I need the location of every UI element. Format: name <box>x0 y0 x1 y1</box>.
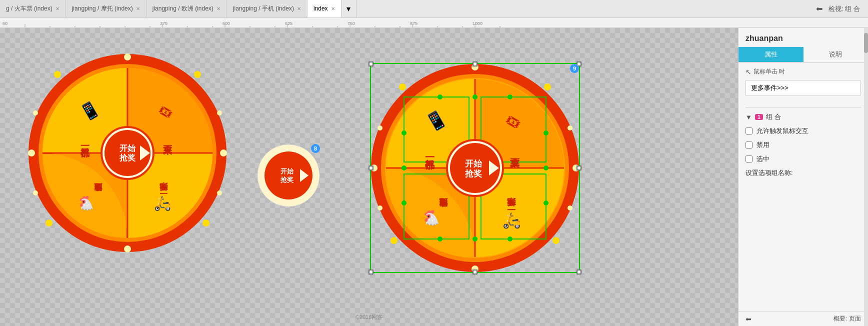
svg-text:开始: 开始 <box>119 144 136 152</box>
panel-bottom: ⬅ 概要: 页面 <box>738 311 868 326</box>
svg-text:500: 500 <box>222 21 230 26</box>
ruler: 50 375 500 625 750 875 1000 <box>0 18 868 28</box>
svg-text:🐔: 🐔 <box>76 195 94 212</box>
svg-point-77 <box>378 126 382 130</box>
checkbox-label-1: 允许触发鼠标交互 <box>756 126 808 136</box>
tab-label-0: g / 火车票 (index) <box>6 4 52 13</box>
tab-label-3: jiangping / 手机 (index) <box>233 4 294 13</box>
svg-point-70 <box>472 266 478 272</box>
svg-point-41 <box>217 110 222 116</box>
tab-bar: g / 火车票 (index) ✕ jiangping / 摩托 (index)… <box>0 0 868 18</box>
checkbox-label-2: 禁用 <box>756 140 770 150</box>
svg-point-36 <box>54 71 61 78</box>
panel-section-event: ↖ 鼠标单击 时 更多事件>>> <box>738 62 868 107</box>
section-label: 组 合 <box>766 112 781 122</box>
svg-point-100 <box>544 166 548 170</box>
tab-0[interactable]: g / 火车票 (index) ✕ <box>0 0 66 18</box>
svg-point-80 <box>568 206 572 210</box>
svg-point-72 <box>572 164 580 172</box>
svg-text:1000: 1000 <box>472 21 482 26</box>
section-title: ▼ 1 组 合 <box>746 112 861 122</box>
canvas-area[interactable]: 📱 手机一部 🎟 火车票 🐔 欧洲旅游 🛵 摩托一辆 开始 <box>0 28 738 326</box>
right-panel: zhuanpan 属性 说明 ↖ 鼠标单击 时 更多事件>>> ▼ 1 组 合 … <box>738 28 868 326</box>
checkbox-mouse-interact[interactable] <box>746 128 752 134</box>
selected-wheel-badge: 9 <box>570 64 579 73</box>
svg-point-92 <box>544 130 548 136</box>
svg-text:🛵: 🛵 <box>154 195 172 212</box>
event-hint: ↖ 鼠标单击 时 <box>746 68 861 76</box>
svg-text:50: 50 <box>2 21 8 26</box>
scroll-bar[interactable] <box>864 28 868 326</box>
svg-text:开始: 开始 <box>280 168 294 175</box>
svg-point-35 <box>220 150 227 156</box>
svg-point-73 <box>399 84 406 90</box>
more-events-button[interactable]: 更多事件>>> <box>746 80 861 96</box>
svg-text:抢奖: 抢奖 <box>280 176 294 184</box>
tab-3[interactable]: jiangping / 手机 (index) ✕ <box>227 0 308 18</box>
svg-point-69 <box>472 64 478 70</box>
tab-dropdown[interactable]: ▾ <box>342 0 356 18</box>
checkbox-selected[interactable] <box>746 156 752 162</box>
svg-point-75 <box>390 237 398 244</box>
tab-2[interactable]: jiangping / 欧洲 (index) ✕ <box>146 0 227 18</box>
svg-text:875: 875 <box>410 21 418 26</box>
svg-point-74 <box>544 84 551 90</box>
selected-wheel-wrapper[interactable]: 9 <box>370 63 580 273</box>
svg-point-91 <box>402 130 406 136</box>
checkbox-row-1: 允许触发鼠标交互 <box>746 126 861 136</box>
scroll-thumb[interactable] <box>864 33 868 53</box>
watermark: ©2016网客 <box>356 314 383 321</box>
svg-point-99 <box>402 166 406 170</box>
tab-close-2[interactable]: ✕ <box>216 6 220 12</box>
svg-point-42 <box>33 190 38 196</box>
tab-close-1[interactable]: ✕ <box>136 6 140 12</box>
svg-text:750: 750 <box>348 21 355 26</box>
tab-close-4[interactable]: ✕ <box>331 6 335 12</box>
component-name: zhuanpan <box>738 28 868 45</box>
svg-point-78 <box>568 126 572 130</box>
checkbox-label-3: 选中 <box>756 154 770 164</box>
svg-point-79 <box>378 206 382 210</box>
svg-point-37 <box>194 71 201 78</box>
svg-point-89 <box>438 94 442 100</box>
main-area: 📱 手机一部 🎟 火车票 🐔 欧洲旅游 🛵 摩托一辆 开始 <box>0 28 868 326</box>
svg-point-90 <box>508 94 512 100</box>
svg-point-93 <box>402 200 406 206</box>
tab-label-4: index <box>314 5 328 12</box>
event-hint-label: 鼠标单击 时 <box>754 68 785 76</box>
section-badge: 1 <box>755 114 763 120</box>
big-wheel[interactable]: 📱 手机一部 🎟 火车票 🐔 欧洲旅游 🛵 摩托一辆 开始 <box>28 53 228 253</box>
svg-point-71 <box>370 164 378 172</box>
tab-label-2: jiangping / 欧洲 (index) <box>152 4 214 13</box>
svg-text:抢奖: 抢奖 <box>464 169 482 178</box>
back-icon-bottom: ⬅ <box>746 315 752 323</box>
panel-tabs: 属性 说明 <box>738 47 868 62</box>
tab-1[interactable]: jiangping / 摩托 (index) ✕ <box>66 0 146 18</box>
small-wheel-badge: 8 <box>311 144 320 153</box>
tab-close-0[interactable]: ✕ <box>56 6 60 12</box>
overview-label: 概要: 页面 <box>834 314 861 323</box>
checkbox-row-3: 选中 <box>746 154 861 164</box>
cursor-icon: ↖ <box>746 68 752 76</box>
checkbox-disabled[interactable] <box>746 142 752 148</box>
svg-point-98 <box>472 236 478 242</box>
svg-point-33 <box>124 246 131 252</box>
checkbox-row-2: 禁用 <box>746 140 861 150</box>
svg-point-38 <box>46 220 52 226</box>
tab-4[interactable]: index ✕ <box>308 0 342 18</box>
tab-description[interactable]: 说明 <box>804 47 868 62</box>
top-right-icons: ⬅ 检视: 组 合 <box>816 0 868 18</box>
svg-point-95 <box>438 236 442 242</box>
inspect-label: 检视: 组 合 <box>828 4 860 14</box>
svg-point-39 <box>202 220 210 226</box>
svg-point-96 <box>508 236 512 242</box>
svg-text:375: 375 <box>160 21 168 26</box>
svg-point-40 <box>33 110 38 116</box>
small-wheel[interactable]: 8 开始 抢奖 <box>256 143 321 208</box>
tab-label-1: jiangping / 摩托 (index) <box>72 4 133 13</box>
set-name-label: 设置选项组名称: <box>746 168 861 178</box>
svg-text:625: 625 <box>285 21 292 26</box>
svg-text:抢奖: 抢奖 <box>119 154 136 162</box>
tab-properties[interactable]: 属性 <box>738 47 804 62</box>
tab-close-3[interactable]: ✕ <box>297 6 301 12</box>
